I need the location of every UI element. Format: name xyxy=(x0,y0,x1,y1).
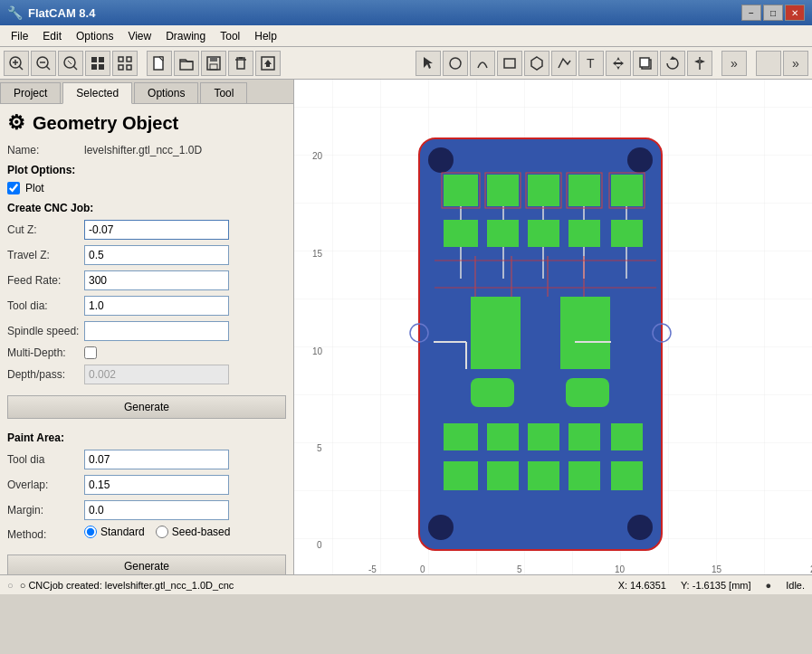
y-label-20: 20 xyxy=(312,151,323,161)
margin-label: Margin: xyxy=(7,504,84,517)
plot-checkbox-row: Plot xyxy=(7,182,286,194)
grid-toggle-2[interactable] xyxy=(112,51,138,76)
multi-depth-checkbox[interactable] xyxy=(84,346,97,359)
menu-options[interactable]: Options xyxy=(69,28,120,44)
menu-edit[interactable]: Edit xyxy=(35,28,69,44)
corner-hole-tr xyxy=(627,147,653,173)
pad-bottom2-2 xyxy=(487,461,519,490)
canvas-svg: 20 15 10 5 0 -5 0 5 10 15 20 xyxy=(294,80,812,574)
toolbar: T » » xyxy=(0,47,812,80)
plot-checkbox[interactable] xyxy=(7,182,20,194)
minimize-button[interactable]: − xyxy=(741,5,761,21)
more-grid[interactable]: » xyxy=(783,51,808,76)
poly-tool[interactable] xyxy=(524,51,549,76)
spindle-label: Spindle speed: xyxy=(7,325,84,337)
plot-label[interactable]: Plot xyxy=(25,182,44,194)
standard-radio[interactable] xyxy=(84,526,97,538)
multi-depth-label: Multi-Depth: xyxy=(7,346,84,359)
panel-title: ⚙ Geometry Object xyxy=(7,111,286,135)
menu-tool[interactable]: Tool xyxy=(213,28,247,44)
travel-z-input[interactable] xyxy=(84,245,229,265)
paint-area-header: Paint Area: xyxy=(7,431,286,444)
travel-z-label: Travel Z: xyxy=(7,249,84,261)
move-tool[interactable] xyxy=(606,51,631,76)
open-button[interactable] xyxy=(174,51,199,76)
path-tool[interactable] xyxy=(551,51,577,76)
x-coord: X: 14.6351 xyxy=(618,580,666,591)
left-panel: Project Selected Options Tool ⚙ Geometry… xyxy=(0,80,294,574)
grid-view[interactable] xyxy=(756,51,781,76)
save-button[interactable] xyxy=(201,51,226,76)
paint-tool-dia-input[interactable] xyxy=(84,450,229,469)
text-tool[interactable]: T xyxy=(578,51,604,76)
panel-content: ⚙ Geometry Object Name: levelshifter.gtl… xyxy=(0,104,293,574)
seed-label[interactable]: Seed-based xyxy=(172,526,231,538)
close-button[interactable]: ✕ xyxy=(785,5,805,21)
pad-3 xyxy=(528,175,559,206)
status-right: X: 14.6351 Y: -1.6135 [mm] ● Idle. xyxy=(618,580,805,591)
spindle-row: Spindle speed: xyxy=(7,321,286,341)
flip-tool[interactable] xyxy=(687,51,712,76)
feed-rate-input[interactable] xyxy=(84,270,229,290)
maximize-button[interactable]: □ xyxy=(763,5,783,21)
more-tools[interactable]: » xyxy=(721,51,747,76)
svg-rect-11 xyxy=(99,57,104,62)
spindle-input[interactable] xyxy=(84,321,229,341)
arc-tool[interactable] xyxy=(470,51,495,76)
pad-1 xyxy=(444,175,478,206)
feed-rate-label: Feed Rate: xyxy=(7,274,84,287)
cut-z-input[interactable] xyxy=(84,220,229,240)
depth-pass-input[interactable] xyxy=(84,365,229,384)
zoom-out-button[interactable] xyxy=(31,51,56,76)
tab-tool[interactable]: Tool xyxy=(200,82,247,103)
copy-tool[interactable] xyxy=(633,51,658,76)
pad-bottom-1 xyxy=(444,423,478,450)
seed-radio[interactable] xyxy=(156,526,168,538)
svg-marker-39 xyxy=(694,60,699,63)
generate-button-2[interactable]: Generate xyxy=(7,554,286,574)
panel-title-text: Geometry Object xyxy=(33,113,178,134)
rect-tool[interactable] xyxy=(497,51,522,76)
method-label: Method: xyxy=(7,528,84,541)
svg-line-8 xyxy=(73,66,77,70)
zoom-in-button[interactable] xyxy=(4,51,29,76)
margin-input[interactable] xyxy=(84,500,229,520)
select-tool[interactable] xyxy=(416,51,441,76)
pad-7 xyxy=(487,220,519,247)
tab-options[interactable]: Options xyxy=(134,82,198,103)
pad-6 xyxy=(444,220,478,247)
svg-rect-14 xyxy=(119,57,123,62)
plot-options-header: Plot Options: xyxy=(7,164,286,176)
cut-z-row: Cut Z: xyxy=(7,220,286,240)
seed-option: Seed-based xyxy=(156,526,231,538)
y-label-10: 10 xyxy=(312,346,323,356)
pad-8 xyxy=(528,220,559,247)
new-button[interactable] xyxy=(147,51,172,76)
app-icon: 🔧 xyxy=(7,5,23,20)
feed-rate-row: Feed Rate: xyxy=(7,270,286,290)
tool-dia-label: Tool dia: xyxy=(7,299,84,312)
main-area: Project Selected Options Tool ⚙ Geometry… xyxy=(0,80,812,574)
export-button[interactable] xyxy=(255,51,281,76)
menu-drawing[interactable]: Drawing xyxy=(158,28,213,44)
standard-label[interactable]: Standard xyxy=(100,526,145,538)
overlap-input[interactable] xyxy=(84,475,229,495)
zoom-fit-button[interactable] xyxy=(58,51,83,76)
pad-bottom2-1 xyxy=(444,461,478,490)
generate-button-1[interactable]: Generate xyxy=(7,395,286,419)
tool-dia-input[interactable] xyxy=(84,296,229,316)
status-left: ○ ○ CNCjob created: levelshifter.gtl_ncc… xyxy=(7,580,600,591)
tab-selected[interactable]: Selected xyxy=(62,82,132,104)
circle-tool[interactable] xyxy=(443,51,468,76)
grid-toggle-1[interactable] xyxy=(85,51,110,76)
corner-hole-br xyxy=(627,515,653,540)
app-title: 🔧 FlatCAM 8.4 xyxy=(7,5,95,20)
menu-view[interactable]: View xyxy=(120,28,158,44)
delete-button[interactable] xyxy=(228,51,253,76)
rotate-tool[interactable] xyxy=(660,51,685,76)
tab-project[interactable]: Project xyxy=(0,82,61,103)
menu-help[interactable]: Help xyxy=(247,28,284,44)
pad-bottom-2 xyxy=(487,423,519,450)
menu-file[interactable]: File xyxy=(4,28,35,44)
x-label-10: 10 xyxy=(615,564,626,574)
